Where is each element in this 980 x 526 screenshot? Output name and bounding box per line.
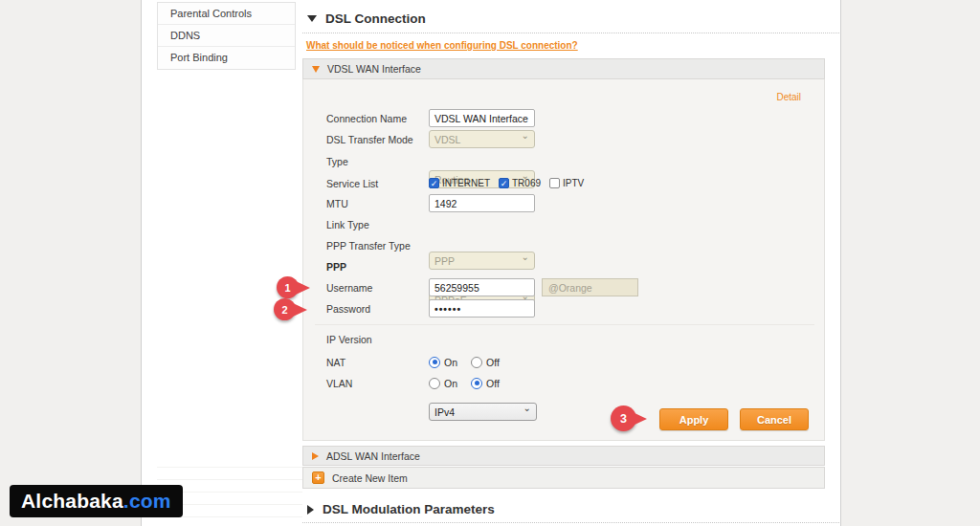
- radio-label: Off: [486, 378, 500, 389]
- nat-label: NAT: [326, 353, 345, 371]
- vlan-label: VLAN: [326, 374, 352, 392]
- collapsed-arrow-icon: [307, 505, 314, 515]
- chevron-down-icon: ⌄: [522, 130, 529, 141]
- section-title: DSL Connection: [325, 11, 426, 26]
- vdsl-wan-interface-bar[interactable]: VDSL WAN Interface: [302, 58, 825, 79]
- logo-site-name: Alchabaka: [21, 490, 123, 513]
- radio-label: Off: [486, 357, 500, 368]
- collapsed-arrow-icon: [312, 452, 319, 460]
- logo-tld: .com: [123, 490, 171, 513]
- username-input[interactable]: 56259955: [429, 278, 535, 296]
- radio-selected-icon: [429, 357, 440, 368]
- checkbox-unchecked-icon: [549, 178, 560, 188]
- step-3-annotation-badge: 3: [611, 405, 636, 431]
- divider: [302, 33, 839, 33]
- sidebar-menu: Parental Controls DDNS Port Binding: [157, 2, 296, 70]
- expand-arrow-icon: [312, 66, 320, 73]
- dsl-transfer-mode-label: DSL Transfer Mode: [326, 130, 413, 148]
- nat-off-radio[interactable]: Off: [471, 357, 500, 368]
- ppp-transfer-type-label: PPP Transfer Type: [326, 236, 411, 254]
- chevron-down-icon: ⌄: [523, 403, 531, 413]
- password-input[interactable]: ••••••: [429, 299, 535, 318]
- ip-version-label: IP Version: [326, 330, 372, 348]
- radio-unselected-icon: [429, 378, 440, 389]
- checkbox-internet[interactable]: ✓ INTERNET: [429, 178, 490, 188]
- collapse-arrow-icon: [307, 15, 317, 22]
- left-gutter: [0, 0, 142, 526]
- checkbox-checked-icon: ✓: [429, 178, 439, 188]
- nat-on-radio[interactable]: On: [429, 357, 457, 368]
- radio-selected-icon: [471, 378, 482, 389]
- checkbox-iptv[interactable]: IPTV: [549, 178, 584, 188]
- checkbox-checked-icon: ✓: [499, 178, 509, 188]
- dsl-transfer-mode-select[interactable]: VDSL ⌄: [429, 130, 535, 148]
- service-list-label: Service List: [326, 174, 378, 192]
- link-type-label: Link Type: [326, 215, 369, 233]
- ppp-section-label: PPP: [326, 257, 346, 275]
- type-label: Type: [326, 152, 348, 170]
- ip-version-value: IPv4: [434, 406, 455, 418]
- router-settings-page: Parental Controls DDNS Port Binding DSL …: [0, 0, 980, 526]
- divider: [302, 522, 839, 523]
- ip-version-select[interactable]: IPv4 ⌄: [429, 403, 537, 421]
- dsl-modulation-parameters-header[interactable]: DSL Modulation Parameters: [307, 502, 495, 516]
- radio-unselected-icon: [471, 357, 482, 368]
- password-label: Password: [326, 299, 370, 318]
- checkbox-tr069[interactable]: ✓ TR069: [499, 178, 541, 188]
- adsl-wan-interface-bar[interactable]: ADSL WAN Interface: [302, 446, 825, 466]
- vdsl-bar-label: VDSL WAN Interface: [327, 63, 421, 75]
- username-suffix-field: @Orange: [542, 278, 638, 296]
- vlan-off-radio[interactable]: Off: [471, 378, 500, 389]
- step-2-annotation-badge: 2: [274, 298, 296, 320]
- detail-link[interactable]: Detail: [776, 92, 801, 102]
- adsl-bar-label: ADSL WAN Interface: [326, 450, 420, 462]
- mtu-input[interactable]: 1492: [429, 194, 535, 212]
- radio-label: On: [444, 357, 457, 368]
- cancel-button[interactable]: Cancel: [740, 408, 809, 430]
- vlan-radio-group: On Off: [429, 376, 500, 390]
- connection-name-label: Connection Name: [326, 109, 407, 127]
- vdsl-settings-panel: Detail Connection Name VDSL WAN Interfac…: [302, 79, 825, 441]
- apply-button[interactable]: Apply: [659, 408, 728, 430]
- alchabaka-watermark-logo: Alchabaka.com: [10, 485, 183, 517]
- chevron-down-icon: ⌄: [522, 252, 529, 262]
- section-title: DSL Modulation Parameters: [323, 502, 495, 516]
- dsl-transfer-mode-value: VDSL: [434, 134, 460, 145]
- plus-icon: +: [312, 471, 324, 484]
- checkbox-label: TR069: [512, 178, 541, 188]
- connection-name-input[interactable]: VDSL WAN Interface: [429, 109, 535, 127]
- service-list-group: ✓ INTERNET ✓ TR069 IPTV: [429, 174, 584, 192]
- right-gutter: [840, 0, 980, 526]
- link-type-select[interactable]: PPP ⌄: [429, 252, 535, 270]
- divider: [315, 324, 814, 325]
- username-label: Username: [326, 278, 372, 296]
- radio-label: On: [444, 378, 457, 389]
- create-new-item-label: Create New Item: [332, 472, 408, 484]
- sidebar-item-ddns[interactable]: DDNS: [158, 25, 295, 47]
- nat-radio-group: On Off: [429, 355, 500, 369]
- vlan-on-radio[interactable]: On: [429, 378, 457, 389]
- checkbox-label: INTERNET: [442, 178, 490, 188]
- link-type-value: PPP: [434, 255, 455, 267]
- dsl-help-link[interactable]: What should be noticed when configuring …: [306, 40, 578, 51]
- step-1-annotation-badge: 1: [277, 276, 299, 298]
- sidebar-item-parental-controls[interactable]: Parental Controls: [158, 3, 295, 25]
- mtu-label: MTU: [326, 194, 348, 212]
- checkbox-label: IPTV: [563, 178, 584, 188]
- sidebar-item-port-binding[interactable]: Port Binding: [158, 47, 295, 69]
- dsl-connection-header[interactable]: DSL Connection: [307, 11, 426, 26]
- create-new-item-bar[interactable]: + Create New Item: [302, 467, 825, 489]
